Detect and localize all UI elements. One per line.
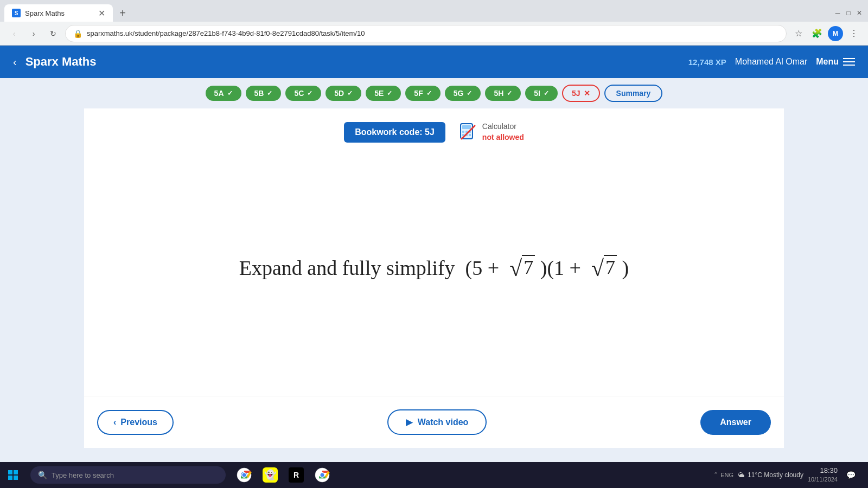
- answer-label: Answer: [720, 418, 751, 427]
- calculator-info: Calculator not allowed: [458, 121, 524, 143]
- minimize-button[interactable]: ─: [833, 9, 842, 17]
- back-button[interactable]: ‹: [7, 26, 22, 41]
- summary-tab[interactable]: Summary: [604, 85, 663, 102]
- tab-5a[interactable]: 5A ✓: [206, 86, 241, 101]
- xp-display: 12,748 XP: [688, 57, 726, 67]
- tab-5e[interactable]: 5E ✓: [366, 86, 401, 101]
- calculator-label: Calculator: [482, 121, 524, 132]
- taskbar-apps: 👻 R: [232, 462, 334, 488]
- svg-rect-10: [14, 470, 18, 474]
- tab-title: Sparx Maths: [25, 9, 65, 17]
- taskbar-search-box[interactable]: 🔍 Type here to search: [30, 466, 226, 484]
- watch-video-label: Watch video: [418, 418, 469, 427]
- tab-favicon: S: [12, 9, 21, 17]
- progress-tabs: 5A ✓ 5B ✓ 5C ✓ 5D ✓ 5E ✓ 5F ✓ 5G ✓ 5H ✓ …: [0, 78, 868, 108]
- tab-5g[interactable]: 5G ✓: [445, 86, 481, 101]
- main-content: Bookwork code: 5J Calculator not allowed: [84, 108, 784, 396]
- svg-rect-9: [8, 470, 12, 474]
- bookmark-button[interactable]: ☆: [791, 26, 806, 41]
- search-icon: 🔍: [38, 471, 47, 479]
- bookwork-code: Bookwork code: 5J: [344, 122, 445, 143]
- arrow-up-icon[interactable]: ⌃: [713, 471, 718, 478]
- tab-5h[interactable]: 5H ✓: [485, 86, 521, 101]
- maximize-button[interactable]: □: [844, 9, 853, 17]
- user-name: Mohamed Al Omar: [735, 57, 807, 67]
- url-text: sparxmaths.uk/student/package/287e21b8-f…: [87, 29, 778, 37]
- video-play-icon: ▶: [406, 417, 412, 427]
- back-to-home-button[interactable]: ‹: [13, 56, 17, 68]
- new-tab-button[interactable]: +: [115, 5, 130, 21]
- chrome2-icon: [315, 467, 330, 483]
- lang-indicator: ENG: [720, 472, 733, 478]
- svg-rect-1: [462, 125, 471, 129]
- watch-video-button[interactable]: ▶ Watch video: [387, 409, 487, 435]
- previous-label: Previous: [120, 418, 157, 427]
- svg-rect-11: [8, 476, 12, 480]
- window-controls: ─ □ ✕: [833, 9, 864, 17]
- bookwork-area: Bookwork code: 5J Calculator not allowed: [344, 121, 524, 143]
- tab-5f[interactable]: 5F ✓: [405, 86, 440, 101]
- sqrt-7-first: √7: [509, 255, 535, 279]
- notification-button[interactable]: 💬: [842, 466, 859, 484]
- system-tray: ⌃ ENG: [713, 471, 733, 478]
- header-right: 12,748 XP Mohamed Al Omar Menu: [688, 57, 855, 67]
- browser-user-avatar[interactable]: M: [828, 26, 843, 41]
- address-bar[interactable]: 🔒 sparxmaths.uk/student/package/287e21b8…: [65, 25, 787, 42]
- app-title: Sparx Maths: [25, 55, 688, 69]
- extensions-button[interactable]: 🧩: [809, 26, 825, 41]
- tab-5d[interactable]: 5D ✓: [326, 86, 361, 101]
- taskbar: 🔍 Type here to search 👻 R: [0, 462, 868, 488]
- question-area: Expand and fully simplify (5 + √7 )(1 + …: [97, 151, 771, 383]
- question-text: Expand and fully simplify (5 + √7 )(1 + …: [239, 255, 629, 280]
- prev-chevron-icon: ‹: [113, 418, 116, 427]
- taskbar-app-chrome2[interactable]: [310, 462, 334, 488]
- taskbar-right: ⌃ ENG 🌥 11°C Mostly cloudy 18:30 10/11/2…: [713, 466, 868, 484]
- tab-5j[interactable]: 5J ✕: [562, 85, 600, 102]
- menu-button[interactable]: Menu: [816, 57, 855, 67]
- sqrt-7-second: √7: [591, 255, 617, 279]
- browser-menu-button[interactable]: ⋮: [846, 26, 861, 41]
- calculator-not-allowed-icon: [458, 123, 478, 142]
- taskbar-app-roblox[interactable]: R: [284, 462, 308, 488]
- tab-5i[interactable]: 5I ✓: [525, 86, 558, 101]
- notification-icon: 💬: [846, 471, 856, 479]
- chrome-icon: [237, 467, 252, 483]
- svg-rect-12: [14, 476, 18, 480]
- weather-icon: 🌥: [738, 471, 744, 479]
- roblox-icon: R: [289, 467, 304, 483]
- weather-text: 11°C Mostly cloudy: [748, 471, 803, 479]
- search-placeholder: Type here to search: [52, 471, 114, 479]
- hamburger-icon: [843, 58, 855, 66]
- tab-close-button[interactable]: ✕: [98, 8, 105, 18]
- snapchat-icon: 👻: [263, 467, 278, 483]
- svg-rect-2: [462, 131, 464, 133]
- weather-widget: 🌥 11°C Mostly cloudy: [738, 471, 803, 479]
- browser-tab[interactable]: S Sparx Maths ✕: [4, 4, 113, 22]
- close-button[interactable]: ✕: [855, 9, 864, 17]
- answer-button[interactable]: Answer: [700, 410, 771, 435]
- svg-point-16: [242, 473, 246, 477]
- menu-label: Menu: [816, 57, 839, 67]
- start-button[interactable]: [0, 462, 26, 488]
- svg-point-19: [321, 473, 324, 477]
- taskbar-app-snapchat[interactable]: 👻: [258, 462, 282, 488]
- forward-button[interactable]: ›: [26, 26, 41, 41]
- previous-button[interactable]: ‹ Previous: [97, 410, 174, 435]
- tab-5b[interactable]: 5B ✓: [246, 86, 282, 101]
- clock-date: 10/11/2024: [808, 476, 838, 484]
- app-header: ‹ Sparx Maths 12,748 XP Mohamed Al Omar …: [0, 46, 868, 78]
- svg-rect-7: [469, 134, 471, 136]
- calculator-not-allowed-label: not allowed: [482, 132, 524, 143]
- taskbar-app-chrome[interactable]: [232, 462, 256, 488]
- tab-5c[interactable]: 5C ✓: [285, 86, 321, 101]
- clock-time: 18:30: [808, 466, 838, 476]
- bottom-bar: ‹ Previous ▶ Watch video Answer: [84, 396, 784, 448]
- clock: 18:30 10/11/2024: [808, 466, 838, 484]
- calculator-status-text: Calculator not allowed: [482, 121, 524, 143]
- reload-button[interactable]: ↻: [46, 26, 61, 41]
